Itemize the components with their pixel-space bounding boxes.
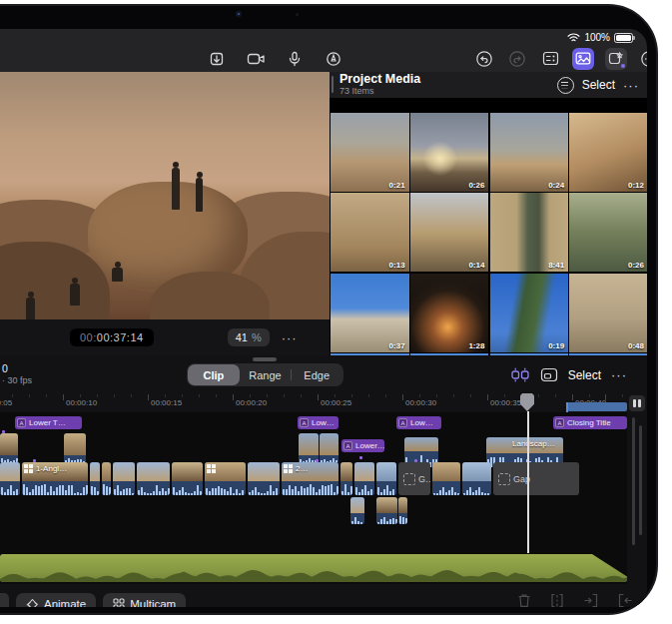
video-clip[interactable]: [113, 462, 135, 495]
title-clip[interactable]: ALower…: [341, 439, 384, 452]
project-fps: · 30 fps: [2, 375, 32, 386]
camera-icon[interactable]: [245, 48, 267, 70]
filter-icon[interactable]: [557, 77, 574, 94]
sensor-dot: [296, 13, 299, 16]
video-clip[interactable]: [340, 462, 352, 495]
timecode-display[interactable]: 00:00:37:14: [70, 328, 154, 346]
media-thumbnail[interactable]: 0:37: [331, 274, 409, 352]
clip-duration: 0:24: [548, 181, 564, 190]
video-clip[interactable]: [376, 497, 397, 524]
ruler-timestamp: 00:00:35: [490, 398, 521, 407]
video-clip[interactable]: [137, 462, 170, 495]
pencil-draw-icon[interactable]: [323, 48, 344, 70]
track-scrollbar[interactable]: [639, 425, 642, 535]
timeline-scrollbar[interactable]: [632, 417, 635, 545]
effects-titles-icon[interactable]: [605, 48, 627, 70]
media-thumbnail[interactable]: 0:21: [331, 113, 409, 192]
gap-clip[interactable]: Gap: [493, 462, 579, 495]
preview-frame[interactable]: [0, 72, 330, 319]
media-browser-icon[interactable]: [572, 48, 594, 70]
trash-icon: [517, 593, 531, 607]
media-thumbnail[interactable]: 0:26: [410, 113, 489, 192]
title-clip[interactable]: ALow…: [298, 416, 338, 429]
music-clip[interactable]: [0, 554, 627, 582]
video-clip[interactable]: [90, 462, 100, 495]
ruler-timestamp: 00:00:25: [321, 398, 351, 407]
media-thumbnail[interactable]: 0:14: [410, 193, 489, 272]
tab-edge[interactable]: Edge: [291, 364, 342, 385]
edge-button-stub[interactable]: [0, 593, 9, 607]
zoom-level[interactable]: 41%: [228, 328, 270, 346]
more-options-icon[interactable]: [638, 48, 647, 70]
animate-label: Animate: [44, 598, 86, 607]
video-clip[interactable]: [354, 462, 374, 495]
video-clip[interactable]: [320, 433, 338, 463]
title-clip[interactable]: AClosing Title: [553, 416, 627, 429]
undo-icon[interactable]: [473, 48, 495, 70]
viewer-more-icon[interactable]: ···: [282, 330, 298, 345]
battery-percent: 100%: [584, 32, 610, 43]
title-clip[interactable]: ALower T…: [15, 416, 82, 429]
viewer-controls: 00:00:37:14 41% ···: [0, 319, 330, 355]
panel-more-icon[interactable]: ···: [623, 78, 639, 93]
timeline-select-button[interactable]: Select: [568, 368, 601, 382]
import-icon[interactable]: [206, 48, 228, 70]
overlay-view-icon[interactable]: [540, 367, 558, 382]
video-clip[interactable]: [462, 462, 491, 495]
clip-duration: 0:21: [389, 181, 405, 190]
media-thumbnail[interactable]: 1:28: [410, 274, 489, 352]
person-standing: [196, 178, 203, 212]
ruler-timestamp: 00:00:05: [0, 398, 12, 407]
project-info: 0 · 30 fps: [2, 362, 32, 386]
media-thumbnail[interactable]: 0:24: [490, 113, 569, 192]
video-clip[interactable]: [248, 462, 280, 495]
video-clip[interactable]: [432, 462, 460, 495]
toolbar-right: [473, 45, 647, 72]
title-label: Lower…: [355, 441, 384, 450]
multicam-label: Multicam: [130, 598, 176, 607]
select-button[interactable]: Select: [582, 78, 615, 92]
panel-resize-handle[interactable]: [253, 357, 277, 361]
media-thumbnail[interactable]: 0:13: [331, 193, 409, 272]
video-clip[interactable]: [350, 497, 364, 524]
clip-connect-icon[interactable]: [510, 366, 530, 383]
video-clip[interactable]: [205, 462, 246, 495]
video-clip[interactable]: [376, 462, 396, 495]
media-thumbnail[interactable]: 0:12: [569, 113, 647, 192]
tab-clip[interactable]: Clip: [188, 364, 240, 385]
title-clip[interactable]: ALow…: [396, 416, 441, 429]
media-thumbnail[interactable]: 8:41: [490, 193, 569, 272]
video-clip[interactable]: [172, 462, 203, 495]
multicam-icon: [113, 598, 125, 607]
multicam-button[interactable]: Multicam: [103, 593, 186, 607]
video-clip[interactable]: [0, 433, 18, 463]
video-clip[interactable]: [398, 497, 407, 524]
media-thumbnail[interactable]: 0:19: [490, 274, 569, 352]
notification-dot: [621, 64, 625, 68]
project-media-panel: Project Media 73 Items Select ··· 0:280:…: [330, 72, 647, 355]
media-thumbnail[interactable]: 0:48: [569, 274, 647, 352]
inspector-icon[interactable]: [539, 48, 561, 70]
video-clip[interactable]: 1-Angl…: [22, 462, 88, 495]
media-thumbnail[interactable]: 0:26: [569, 193, 647, 272]
clip-duration: 0:13: [389, 261, 405, 270]
video-viewer: 00:00:37:14 41% ···: [0, 72, 330, 355]
video-clip[interactable]: [64, 433, 86, 463]
video-clip[interactable]: 2…: [282, 462, 338, 495]
ipad-screen: 100%: [0, 29, 647, 607]
animate-button[interactable]: Animate: [16, 593, 96, 607]
selected-range-bar[interactable]: [567, 402, 627, 411]
timeline-tools: Select ···: [510, 363, 627, 386]
timeline-more-icon[interactable]: ···: [611, 367, 627, 382]
battery-icon: [614, 33, 633, 43]
clip-height-icon[interactable]: [629, 395, 645, 411]
gap-clip[interactable]: G…: [398, 462, 430, 495]
marketing-canvas: { "colors":{"accent":"#6b5fe8","clip_blu…: [0, 0, 672, 624]
timeline-tracks: ALower T…ALow…ALow…AClosing TitleALower……: [0, 412, 627, 584]
title-badge: A: [343, 441, 352, 450]
video-clip[interactable]: [0, 462, 20, 495]
tab-range[interactable]: Range: [240, 364, 292, 385]
microphone-icon[interactable]: [284, 48, 306, 70]
video-clip[interactable]: [102, 462, 111, 495]
top-chrome: 100%: [0, 29, 647, 72]
